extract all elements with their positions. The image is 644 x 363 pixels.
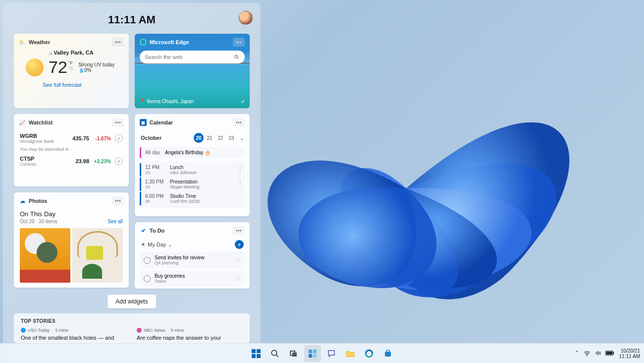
calendar-day[interactable]: 22 [215,133,225,143]
todo-widget[interactable]: ✔ To Do ⋯ ☀ My Day ⌄ + Send invites for … [135,222,250,289]
user-avatar[interactable] [239,11,253,25]
battery-icon[interactable] [605,351,614,357]
weather-temp: 72 °F°C [49,58,73,77]
svg-rect-14 [313,354,317,357]
volume-icon[interactable] [594,350,601,357]
calendar-day[interactable]: 21 [205,133,215,143]
stock-add-button[interactable]: + [115,157,123,165]
taskbar: ˄ 10/20/21 11:11 AM [0,343,644,363]
calendar-event[interactable]: 12 PM1h LunchAlex Johnson ••• [140,163,245,177]
edge-icon [140,39,147,46]
see-all-link[interactable]: See all [107,219,123,224]
widgets-panel: 11:11 AM ⛅ Weather ⋯ Valley Park, CA 72 [3,3,261,363]
weather-widget[interactable]: ⛅ Weather ⋯ Valley Park, CA 72 °F°C Stro… [14,34,129,108]
more-button[interactable]: ⋯ [112,38,124,47]
svg-rect-21 [613,352,614,354]
chevron-down-icon[interactable]: ⌄ [168,242,172,247]
photo-thumbnail[interactable] [20,228,70,283]
edge-location: 📍 Ikema Ohashi, Japan [140,99,194,104]
chat-button[interactable] [323,345,340,362]
todo-list-name[interactable]: My Day [148,242,166,247]
panel-time: 11:11 AM [108,13,156,26]
chevron-down-icon[interactable]: ⌄ [240,135,244,141]
svg-rect-20 [606,352,612,355]
star-icon[interactable]: ☆ [235,275,241,282]
svg-rect-10 [292,352,297,356]
interest-label: You may be interested in [14,146,129,154]
news-item[interactable]: USA Today · 3 mins One of the smallest b… [21,328,127,341]
svg-rect-5 [252,354,256,358]
store-button[interactable] [379,345,396,362]
photos-widget[interactable]: ☁ Photos ⋯ On This Day Oct 20 · 33 items… [14,192,129,288]
desktop-wallpaper [218,10,624,347]
search-box[interactable] [140,51,245,63]
weather-icon: ⛅ [19,39,26,46]
svg-point-18 [587,355,588,356]
calendar-icon: ▦ [140,119,147,126]
news-heading: TOP STORIES [21,318,243,324]
more-button[interactable]: ⋯ [233,118,245,127]
svg-point-0 [140,39,146,45]
more-button[interactable]: ⋯ [112,118,124,127]
start-button[interactable] [248,345,265,362]
svg-rect-13 [309,354,312,357]
more-button[interactable]: ⋯ [112,196,124,205]
add-widgets-button[interactable]: Add widgets [107,295,156,308]
tray-chevron-icon[interactable]: ˄ [576,350,579,357]
calendar-day[interactable]: 20 [194,133,204,143]
sun-icon: ☀ [141,242,146,248]
task-checkbox[interactable] [144,275,151,282]
calendar-widget[interactable]: ▦ Calendar ⋯ October 20 21 22 23 ⌄ All d… [135,114,250,216]
photo-thumbnail[interactable] [72,228,123,283]
search-input[interactable] [145,54,234,60]
edge-button[interactable] [361,345,377,362]
photos-sub: Oct 20 · 33 items [20,219,57,224]
expand-icon[interactable]: ⤢ [241,99,245,104]
task-item[interactable]: Send invites for reviewQ4 planning ☆ [140,252,245,268]
stock-row[interactable]: WGRBWoodgrove Bank 435.75 -1.67% ✓ [14,131,129,146]
search-icon [234,54,240,60]
stock-info-button[interactable]: ✓ [115,134,123,142]
svg-line-8 [276,355,278,357]
weather-precip: 💧0% [78,67,114,73]
photos-heading: On This Day [20,210,123,218]
news-item[interactable]: NBC News · 5 mins Are coffee naps the an… [137,328,243,341]
widget-title: Microsoft Edge [150,39,189,45]
task-item[interactable]: Buy groceriesTasks ☆ [140,270,245,287]
task-checkbox[interactable] [144,257,151,264]
todo-icon: ✔ [140,227,147,234]
svg-rect-12 [313,349,317,353]
calendar-event[interactable]: 6:00 PM3h Studio TimeConf Rm 32/35 [140,192,245,205]
widget-title: Photos [29,198,47,204]
weather-location: Valley Park, CA [19,50,124,56]
add-task-button[interactable]: + [235,240,244,249]
star-icon[interactable]: ☆ [235,257,241,264]
edge-widget[interactable]: Microsoft Edge ⋯ 📍 Ikema Ohashi, Japan ⤢ [135,34,250,108]
calendar-day[interactable]: 23 [226,133,236,143]
widgets-button[interactable] [304,345,321,362]
more-button[interactable]: ⋯ [233,38,245,47]
svg-point-1 [235,55,238,58]
svg-rect-4 [257,349,261,353]
watchlist-widget[interactable]: 📈 Watchlist ⋯ WGRBWoodgrove Bank 435.75 … [14,114,129,186]
wifi-icon[interactable] [584,350,590,357]
svg-rect-11 [309,349,312,353]
stock-row[interactable]: CTSPContoso 23.98 +2.23% + [14,154,129,169]
widget-title: Calendar [150,120,173,125]
stocks-icon: 📈 [19,119,26,126]
widget-title: To Do [150,228,164,234]
sun-icon [26,59,44,76]
taskbar-clock[interactable]: 10/20/21 11:11 AM [619,348,640,359]
forecast-link[interactable]: See full forecast [43,82,82,88]
task-view-button[interactable] [285,345,302,362]
search-button[interactable] [267,345,283,362]
allday-event[interactable]: All day Angela's Birthday 🎂 [140,147,245,158]
news-section: TOP STORIES USA Today · 3 mins One of th… [14,313,250,343]
svg-rect-3 [252,349,256,353]
more-button[interactable]: ⋯ [233,226,245,235]
explorer-button[interactable] [342,345,359,362]
calendar-month: October [141,135,193,141]
calendar-event[interactable]: 1:30 PM1h PresentationSkype Meeting ••• [140,178,245,191]
svg-rect-6 [257,354,261,358]
widget-title: Watchlist [29,120,53,125]
